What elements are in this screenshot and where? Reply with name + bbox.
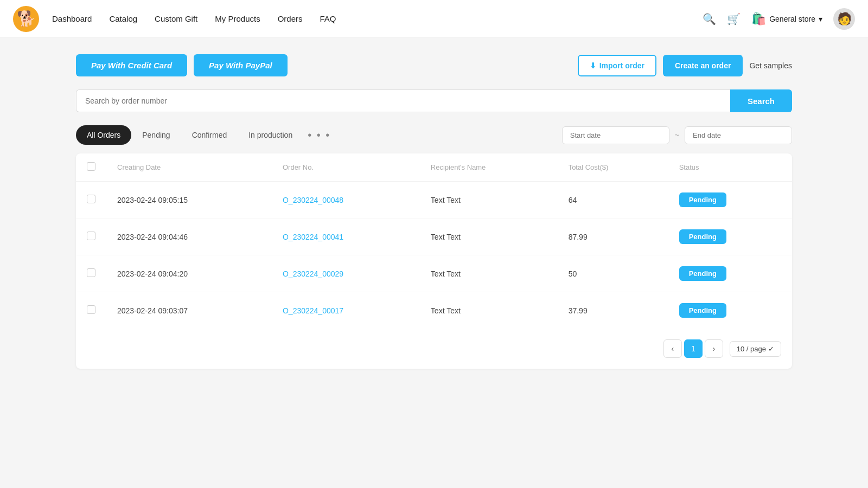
row-order-no[interactable]: O_230224_00041 — [272, 219, 420, 255]
avatar[interactable]: 🧑 — [833, 8, 855, 30]
nav-item-faq[interactable]: FAQ — [320, 14, 336, 23]
status-badge[interactable]: Pending — [679, 303, 726, 318]
status-badge[interactable]: Pending — [679, 192, 726, 207]
row-checkbox-cell — [76, 182, 106, 219]
tab-all-orders[interactable]: All Orders — [76, 125, 131, 145]
row-checkbox-3[interactable] — [87, 305, 95, 314]
row-checkbox-cell — [76, 219, 106, 255]
header-checkbox-col — [76, 153, 106, 182]
order-tabs: All Orders Pending Confirmed In producti… — [76, 125, 792, 145]
row-recipient: Text Text — [420, 255, 558, 292]
search-bar: Search — [76, 89, 792, 112]
store-bag-icon: 🛍️ — [751, 12, 766, 26]
table-header-row: Creating Date Order No. Recipient's Name… — [76, 153, 792, 182]
row-date: 2023-02-24 09:04:46 — [106, 219, 272, 255]
row-checkbox-1[interactable] — [87, 232, 95, 240]
header-status: Status — [668, 153, 792, 182]
row-date: 2023-02-24 09:05:15 — [106, 182, 272, 219]
header-total-cost: Total Cost($) — [558, 153, 668, 182]
page-1-button[interactable]: 1 — [684, 339, 703, 358]
row-order-no[interactable]: O_230224_00017 — [272, 292, 420, 329]
search-input[interactable] — [76, 89, 730, 112]
row-recipient: Text Text — [420, 182, 558, 219]
search-icon[interactable]: 🔍 — [703, 12, 716, 25]
nav-right: 🔍 🛒 🛍️ General store ▾ 🧑 — [703, 8, 855, 30]
page-size-label: 10 / page — [737, 345, 766, 353]
end-date-input[interactable] — [685, 126, 792, 144]
page-size-chevron-icon: ✓ — [768, 345, 774, 353]
row-status: Pending — [668, 292, 792, 329]
next-page-button[interactable]: › — [705, 339, 723, 358]
row-total: 50 — [558, 255, 668, 292]
header-creating-date: Creating Date — [106, 153, 272, 182]
table-row: 2023-02-24 09:03:07 O_230224_00017 Text … — [76, 292, 792, 329]
pay-credit-card-button[interactable]: Pay With Credit Card — [76, 54, 187, 76]
tab-in-production[interactable]: In production — [238, 125, 303, 145]
row-checkbox-2[interactable] — [87, 268, 95, 277]
row-status: Pending — [668, 219, 792, 255]
header-order-no: Order No. — [272, 153, 420, 182]
import-order-button[interactable]: ⬇ Import order — [578, 55, 656, 76]
row-order-no[interactable]: O_230224_00029 — [272, 255, 420, 292]
download-icon: ⬇ — [590, 61, 596, 70]
status-badge[interactable]: Pending — [679, 229, 726, 244]
row-total: 87.99 — [558, 219, 668, 255]
prev-page-button[interactable]: ‹ — [663, 339, 682, 358]
order-action-buttons: ⬇ Import order Create an order Get sampl… — [578, 55, 792, 76]
navbar: 🐕 Dashboard Catalog Custom Gift My Produ… — [0, 0, 868, 38]
chevron-down-icon: ▾ — [819, 15, 822, 23]
pagination: ‹ 1 › 10 / page ✓ — [76, 329, 792, 369]
nav-item-catalog[interactable]: Catalog — [109, 14, 137, 23]
top-actions-row: Pay With Credit Card Pay With PayPal ⬇ I… — [76, 54, 792, 76]
row-date: 2023-02-24 09:04:20 — [106, 255, 272, 292]
row-date: 2023-02-24 09:03:07 — [106, 292, 272, 329]
search-button[interactable]: Search — [730, 89, 792, 112]
table-row: 2023-02-24 09:05:15 O_230224_00048 Text … — [76, 182, 792, 219]
more-tabs-icon[interactable]: • • • — [303, 129, 335, 142]
row-checkbox-cell — [76, 292, 106, 329]
status-badge[interactable]: Pending — [679, 266, 726, 281]
tab-confirmed[interactable]: Confirmed — [181, 125, 238, 145]
start-date-input[interactable] — [562, 126, 669, 144]
row-order-no[interactable]: O_230224_00048 — [272, 182, 420, 219]
row-recipient: Text Text — [420, 292, 558, 329]
tab-pending[interactable]: Pending — [131, 125, 181, 145]
header-recipient: Recipient's Name — [420, 153, 558, 182]
row-total: 64 — [558, 182, 668, 219]
get-samples-button[interactable]: Get samples — [749, 61, 792, 70]
nav-item-my-products[interactable]: My Products — [215, 14, 260, 23]
logo-icon: 🐕 — [17, 10, 36, 28]
row-status: Pending — [668, 182, 792, 219]
store-selector[interactable]: 🛍️ General store ▾ — [751, 12, 822, 26]
row-recipient: Text Text — [420, 219, 558, 255]
avatar-icon: 🧑 — [837, 12, 852, 26]
store-name: General store — [769, 15, 815, 23]
row-checkbox-cell — [76, 255, 106, 292]
table-row: 2023-02-24 09:04:46 O_230224_00041 Text … — [76, 219, 792, 255]
nav-item-custom-gift[interactable]: Custom Gift — [155, 14, 197, 23]
logo[interactable]: 🐕 — [13, 6, 39, 32]
row-status: Pending — [668, 255, 792, 292]
orders-table-container: Creating Date Order No. Recipient's Name… — [76, 153, 792, 369]
nav-links: Dashboard Catalog Custom Gift My Product… — [52, 14, 703, 23]
pay-paypal-button[interactable]: Pay With PayPal — [194, 54, 288, 76]
date-filters: ~ — [562, 126, 792, 144]
row-total: 37.99 — [558, 292, 668, 329]
select-all-checkbox[interactable] — [87, 162, 95, 171]
nav-item-orders[interactable]: Orders — [278, 14, 303, 23]
create-order-button[interactable]: Create an order — [663, 55, 743, 76]
date-separator: ~ — [675, 131, 679, 139]
main-content: Pay With Credit Card Pay With PayPal ⬇ I… — [0, 38, 868, 385]
table-body: 2023-02-24 09:05:15 O_230224_00048 Text … — [76, 182, 792, 329]
orders-table: Creating Date Order No. Recipient's Name… — [76, 153, 792, 329]
cart-icon[interactable]: 🛒 — [727, 12, 741, 25]
payment-buttons: Pay With Credit Card Pay With PayPal — [76, 54, 288, 76]
nav-item-dashboard[interactable]: Dashboard — [52, 14, 92, 23]
row-checkbox-0[interactable] — [87, 195, 95, 203]
table-row: 2023-02-24 09:04:20 O_230224_00029 Text … — [76, 255, 792, 292]
page-size-selector[interactable]: 10 / page ✓ — [730, 341, 781, 357]
